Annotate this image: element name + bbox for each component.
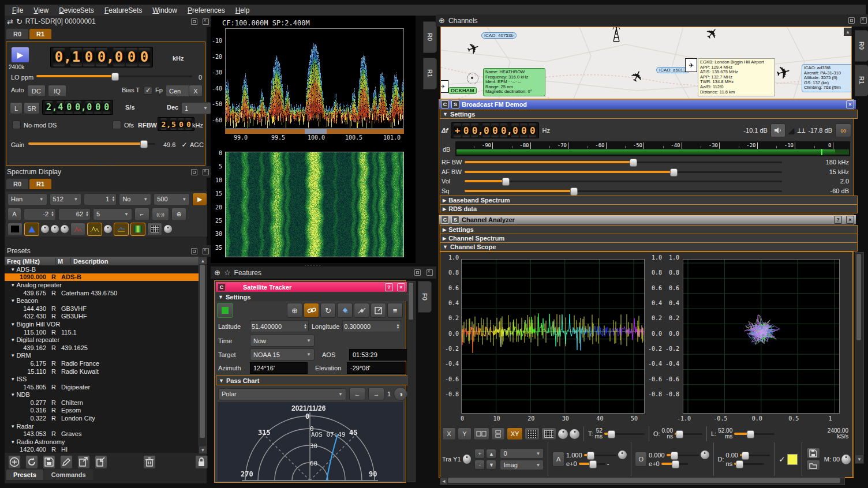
preset-group-row[interactable]: ▾Digital repeater [5, 336, 199, 344]
collapse-icon[interactable]: ▾ [12, 439, 14, 445]
scroll-down-icon[interactable]: ▼ [855, 455, 864, 464]
save-preset-button[interactable] [43, 455, 55, 469]
preset-group-row[interactable]: ▾Beacon [5, 296, 199, 305]
add-trace-button[interactable]: + [474, 449, 485, 459]
collapse-icon[interactable]: ▾ [12, 266, 14, 272]
scope-xy-button[interactable]: XY [507, 427, 523, 440]
sat-settings-section[interactable]: ▼Settings [216, 292, 408, 301]
avg-count-spin[interactable]: 1▲▼ [84, 193, 117, 205]
dial-digit[interactable]: 0 [520, 123, 527, 137]
nomod-checkbox[interactable] [12, 121, 21, 129]
time-select[interactable]: Now▼ [250, 335, 315, 347]
mute-button[interactable] [770, 123, 785, 137]
channel-analyzer-titlebar[interactable]: C S Channel Analyzer ? × [439, 215, 856, 224]
slider-handle[interactable] [670, 168, 678, 177]
squelch-slider[interactable] [465, 187, 782, 195]
slider-handle[interactable] [502, 178, 510, 186]
link-channels-icon[interactable] [304, 303, 319, 318]
close-window-icon[interactable] [203, 169, 209, 175]
trace-intensity-knob[interactable] [570, 429, 579, 439]
satellite-tracker-titlebar[interactable]: C Satellite Tracker ? × [216, 282, 407, 292]
max-trace-icon[interactable] [70, 223, 85, 236]
update-tles-icon[interactable]: ↻ [320, 303, 336, 318]
add-feature-icon[interactable]: ⊕ [214, 268, 220, 277]
histogram-waterfall-swap-icon[interactable] [114, 223, 129, 236]
delete-preset-button[interactable] [143, 455, 156, 469]
collapse-icon[interactable]: ▾ [12, 352, 14, 358]
collapse-icon[interactable]: ▾ [12, 337, 14, 343]
overlap-select[interactable]: 5▼ [93, 208, 132, 220]
ca-settings-section[interactable]: ▶Settings [440, 225, 858, 234]
tab-r0[interactable]: R0 [6, 28, 29, 39]
ofs-exp-slider[interactable] [661, 460, 688, 468]
ofs-slider[interactable] [667, 451, 699, 459]
slider-handle[interactable] [736, 460, 743, 468]
af-bw-slider[interactable] [465, 168, 782, 176]
preset-group-row[interactable]: ▾Radar [5, 422, 199, 430]
preset-row[interactable]: 0.322RLondon City [5, 414, 199, 422]
menu-item-view[interactable]: View [28, 6, 54, 15]
col-description[interactable]: Description [71, 258, 199, 265]
background-color-swatch[interactable] [8, 223, 23, 236]
dial-digit[interactable]: 0 [74, 101, 81, 114]
close-icon[interactable]: × [397, 283, 405, 291]
scope-horizontal-split-icon[interactable] [473, 427, 489, 440]
preset-row[interactable]: 432.430RGB3UHF [5, 313, 199, 321]
rolloff-curve-icon[interactable]: ⌐ [134, 208, 149, 221]
memory-select[interactable]: 0▼ [500, 448, 544, 459]
start-device-button[interactable]: ▶ [11, 47, 29, 63]
aircraft-info-box[interactable]: ICAO: ad33f8Aircraft: PA-31-310Altitude:… [802, 64, 852, 92]
rf-bw-slider[interactable] [465, 158, 782, 166]
airport-icon[interactable]: ✈ [440, 80, 448, 93]
stroke-knob[interactable] [61, 225, 69, 233]
gain-slider[interactable] [28, 140, 155, 148]
amp-button[interactable]: A [552, 452, 564, 467]
adsb-map[interactable]: ✈✈✈✈ICAO: 40753bICAO: a6813fOCKHAMName: … [440, 27, 852, 99]
collapse-icon[interactable]: ▾ [12, 392, 14, 397]
find-target-icon[interactable]: ⊕ [287, 303, 302, 318]
preset-group-row[interactable]: ▾DRM [5, 352, 199, 360]
amp-slider[interactable] [584, 451, 616, 459]
sr-button[interactable]: SR [24, 102, 40, 114]
iq-button[interactable]: IQ [48, 85, 66, 97]
slider-handle[interactable] [589, 460, 597, 468]
grid-icon[interactable] [147, 223, 162, 236]
preset-row[interactable]: 6.175RRadio France [5, 359, 199, 367]
channel-s-icon[interactable]: S [451, 100, 459, 108]
calibration-icon[interactable]: ((·)) [152, 208, 169, 221]
scroll-up-icon[interactable]: ▲ [199, 257, 207, 265]
avg-mode-select[interactable]: No▼ [119, 193, 151, 205]
menu-item-featuresets[interactable]: FeatureSets [99, 6, 147, 15]
latitude-field[interactable]: 51.400000▲▼ [250, 320, 309, 332]
delay-coarse-slider[interactable] [740, 451, 770, 459]
refresh-select[interactable]: 500▼ [154, 193, 190, 205]
offset-slider[interactable] [675, 430, 702, 438]
target-select[interactable]: NOAA 15▼ [250, 348, 315, 361]
satellite-select-icon[interactable]: s [337, 303, 353, 318]
lower-trace-button[interactable]: ▼ [486, 460, 496, 470]
dial-digit[interactable]: 4 [57, 101, 64, 114]
map-scroll-up-icon[interactable]: ▲ [844, 28, 852, 36]
options-menu-icon[interactable]: ≡ [387, 303, 403, 318]
ofs-button[interactable]: O [635, 452, 647, 467]
channels-tab-r1[interactable]: R1 [855, 65, 868, 96]
next-pass-button[interactable]: → [368, 388, 384, 400]
fft-size-select[interactable]: 512▼ [50, 193, 82, 205]
pass-chart-section[interactable]: ▼Pass Chart [216, 376, 409, 385]
memory-knob[interactable] [841, 455, 851, 464]
slider-handle[interactable] [630, 159, 637, 167]
infinity-button[interactable]: ∞ [835, 123, 851, 137]
slider-handle[interactable] [570, 187, 578, 196]
current-trace-icon[interactable] [87, 223, 102, 236]
close-window-icon[interactable] [203, 18, 209, 25]
save-traces-button[interactable] [806, 448, 820, 459]
autoscale-button[interactable]: A [8, 208, 21, 221]
time-base-slider[interactable] [604, 430, 645, 438]
grid-intensity-knob[interactable] [164, 225, 172, 233]
scope-x-only-button[interactable]: X [442, 427, 456, 440]
agc-checkbox[interactable]: ✓ [181, 141, 188, 148]
collapse-icon[interactable]: ▾ [12, 376, 14, 382]
dial-digit[interactable]: 1 [70, 48, 82, 66]
close-window-icon[interactable] [203, 248, 209, 254]
projection-select[interactable]: Imag▼ [500, 460, 544, 470]
